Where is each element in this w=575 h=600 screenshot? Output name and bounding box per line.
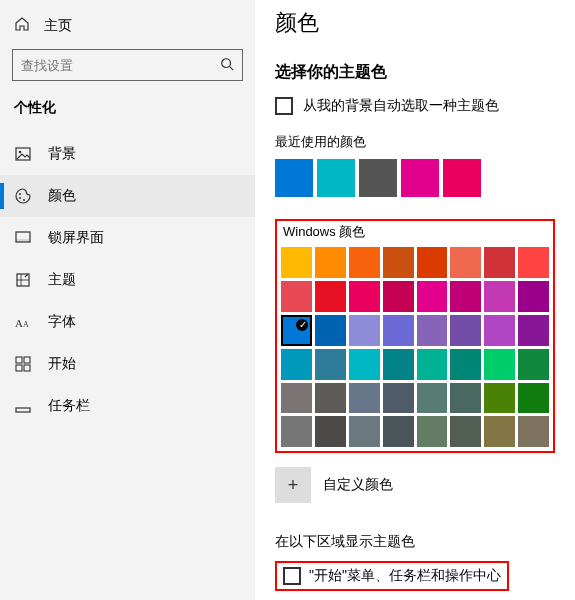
sidebar-home-row[interactable]: 主页 (0, 10, 255, 45)
color-swatch[interactable] (450, 315, 481, 346)
color-swatch[interactable] (484, 315, 515, 346)
main-content: 颜色 选择你的主题色 从我的背景自动选取一种主题色 最近使用的颜色 Window… (255, 0, 575, 600)
svg-point-4 (19, 193, 21, 195)
color-swatch[interactable] (484, 247, 515, 278)
sidebar-item-label: 开始 (48, 355, 76, 373)
search-box[interactable] (12, 49, 243, 81)
sidebar-item-palette[interactable]: 颜色 (0, 175, 255, 217)
color-swatch[interactable] (484, 281, 515, 312)
color-swatch[interactable] (518, 315, 549, 346)
color-swatch[interactable] (484, 383, 515, 414)
color-grid: ✓ (281, 247, 549, 447)
svg-point-6 (23, 199, 25, 201)
search-input[interactable] (13, 58, 220, 73)
color-swatch[interactable] (518, 281, 549, 312)
show-accent-heading: 在以下区域显示主题色 (275, 533, 555, 551)
choose-accent-heading: 选择你的主题色 (275, 62, 555, 83)
color-swatch[interactable] (281, 281, 312, 312)
color-swatch[interactable] (450, 281, 481, 312)
color-swatch[interactable] (281, 247, 312, 278)
color-swatch[interactable] (518, 416, 549, 447)
color-swatch[interactable] (281, 349, 312, 380)
svg-point-3 (19, 151, 22, 154)
start-taskbar-row[interactable]: "开始"菜单、任务栏和操作中心 (275, 561, 509, 591)
svg-rect-16 (16, 408, 30, 412)
color-swatch[interactable] (315, 383, 346, 414)
recent-colors-label: 最近使用的颜色 (275, 133, 555, 151)
color-swatch[interactable] (518, 383, 549, 414)
plus-icon[interactable]: + (275, 467, 311, 503)
font-icon: AA (14, 313, 32, 331)
color-swatch[interactable] (518, 247, 549, 278)
color-swatch[interactable] (315, 349, 346, 380)
start-icon (14, 355, 32, 373)
color-swatch[interactable] (383, 383, 414, 414)
color-swatch[interactable] (383, 315, 414, 346)
sidebar-item-label: 主题 (48, 271, 76, 289)
page-title: 颜色 (275, 8, 555, 38)
svg-line-1 (230, 66, 234, 70)
color-swatch[interactable] (417, 315, 448, 346)
recent-color-swatch[interactable] (443, 159, 481, 197)
sidebar-item-picture[interactable]: 背景 (0, 133, 255, 175)
color-swatch[interactable] (281, 383, 312, 414)
color-swatch[interactable] (518, 349, 549, 380)
auto-pick-label: 从我的背景自动选取一种主题色 (303, 97, 499, 115)
color-swatch[interactable] (383, 281, 414, 312)
svg-rect-13 (24, 357, 30, 363)
color-swatch[interactable] (484, 349, 515, 380)
auto-pick-checkbox[interactable] (275, 97, 293, 115)
auto-pick-row[interactable]: 从我的背景自动选取一种主题色 (275, 97, 555, 115)
svg-point-5 (19, 197, 21, 199)
check-icon: ✓ (299, 319, 307, 330)
color-swatch[interactable]: ✓ (281, 315, 312, 346)
color-swatch[interactable] (417, 416, 448, 447)
custom-color-label: 自定义颜色 (323, 476, 393, 494)
color-swatch[interactable] (450, 247, 481, 278)
sidebar-item-lock-screen[interactable]: 锁屏界面 (0, 217, 255, 259)
color-swatch[interactable] (417, 349, 448, 380)
color-swatch[interactable] (315, 281, 346, 312)
recent-color-swatch[interactable] (359, 159, 397, 197)
color-swatch[interactable] (315, 315, 346, 346)
svg-point-0 (222, 58, 231, 67)
theme-icon (14, 271, 32, 289)
color-swatch[interactable] (349, 315, 380, 346)
color-swatch[interactable] (349, 383, 380, 414)
color-swatch[interactable] (349, 281, 380, 312)
color-swatch[interactable] (349, 416, 380, 447)
color-swatch[interactable] (383, 416, 414, 447)
color-swatch[interactable] (417, 383, 448, 414)
svg-text:A: A (23, 320, 29, 329)
windows-colors-section: Windows 颜色 ✓ (275, 219, 555, 453)
picture-icon (14, 145, 32, 163)
custom-color-row[interactable]: + 自定义颜色 (275, 467, 555, 503)
lock-screen-icon (14, 229, 32, 247)
sidebar-nav: 背景颜色锁屏界面主题AA字体开始任务栏 (0, 133, 255, 427)
color-swatch[interactable] (484, 416, 515, 447)
color-swatch[interactable] (315, 416, 346, 447)
color-swatch[interactable] (349, 349, 380, 380)
recent-color-swatch[interactable] (401, 159, 439, 197)
sidebar-section-title: 个性化 (0, 99, 255, 127)
color-swatch[interactable] (383, 349, 414, 380)
start-taskbar-label: "开始"菜单、任务栏和操作中心 (309, 567, 501, 585)
color-swatch[interactable] (349, 247, 380, 278)
color-swatch[interactable] (450, 383, 481, 414)
search-icon (220, 57, 242, 74)
recent-color-swatch[interactable] (317, 159, 355, 197)
color-swatch[interactable] (281, 416, 312, 447)
color-swatch[interactable] (450, 349, 481, 380)
recent-color-swatch[interactable] (275, 159, 313, 197)
sidebar-item-taskbar[interactable]: 任务栏 (0, 385, 255, 427)
sidebar-item-start[interactable]: 开始 (0, 343, 255, 385)
start-taskbar-checkbox[interactable] (283, 567, 301, 585)
sidebar-item-font[interactable]: AA字体 (0, 301, 255, 343)
color-swatch[interactable] (450, 416, 481, 447)
home-label: 主页 (44, 17, 72, 35)
color-swatch[interactable] (315, 247, 346, 278)
color-swatch[interactable] (383, 247, 414, 278)
color-swatch[interactable] (417, 247, 448, 278)
sidebar-item-theme[interactable]: 主题 (0, 259, 255, 301)
color-swatch[interactable] (417, 281, 448, 312)
